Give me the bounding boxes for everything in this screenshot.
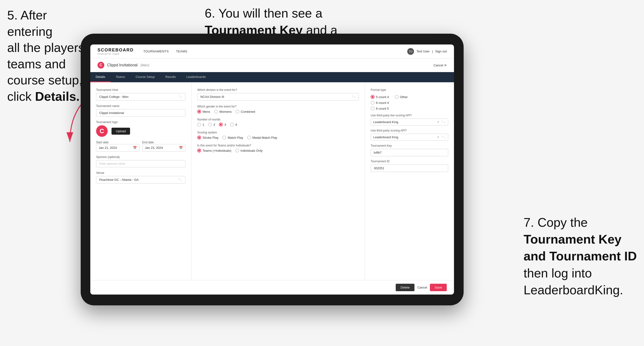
third-party-1-input[interactable]: Leaderboard King ✕ ⌃⌄	[371, 119, 448, 126]
tab-teams[interactable]: Teams	[110, 72, 130, 82]
individuals-only[interactable]: Individuals Only	[235, 149, 263, 153]
bottom-bar: Delete Cancel Save	[90, 280, 454, 295]
round-2[interactable]: 2	[208, 123, 215, 127]
format-6count4[interactable]: 6 count 4	[371, 101, 448, 105]
nav-tournaments[interactable]: TOURNAMENTS	[143, 49, 169, 53]
gender-mens-radio[interactable]	[197, 110, 201, 114]
format-5count4[interactable]: 5 count 4	[371, 95, 389, 99]
tournament-id-label: Tournament ID	[371, 160, 448, 163]
gender-combined[interactable]: Combined	[236, 110, 255, 114]
nav-right: TU Test User | Sign out	[407, 48, 447, 55]
individuals-only-radio[interactable]	[235, 149, 239, 153]
round-1-radio[interactable]	[197, 123, 201, 127]
round-4[interactable]: 4	[230, 123, 237, 127]
end-date-icon: 📅	[179, 146, 183, 150]
save-button[interactable]: Save	[430, 284, 447, 291]
gender-womens[interactable]: Womens	[214, 110, 232, 114]
teams-plus-radio[interactable]	[197, 149, 201, 153]
third-party-2-label: Use third-party scoring API?	[371, 129, 448, 132]
tablet: SCOREBOARD Powered by clippd TOURNAMENTS…	[81, 34, 464, 305]
end-date-field: End date Jan 23, 2024 📅	[142, 141, 186, 152]
third-party-1-label: Use third-party live scoring API?	[371, 114, 448, 117]
gender-label: Which gender is the event for?	[197, 105, 359, 108]
delete-button[interactable]: Delete	[396, 284, 414, 291]
host-input[interactable]: Clippd College - Men ⌃⌄	[96, 93, 186, 101]
end-date-label: End date	[142, 141, 186, 144]
host-label: Tournament Host	[96, 88, 186, 92]
format-6count4-radio[interactable]	[371, 101, 374, 105]
teams-plus-individuals[interactable]: Teams (+Individuals)	[197, 149, 232, 153]
round-3-radio[interactable]	[219, 123, 223, 127]
venue-label: Venue	[96, 171, 186, 174]
start-date-icon: 📅	[133, 146, 137, 150]
signout-link[interactable]: Sign out	[435, 49, 447, 53]
sponsor-label: Sponsor (optional)	[96, 155, 186, 159]
nav-teams[interactable]: TEAMS	[176, 49, 187, 53]
start-date-input[interactable]: Jan 21, 2024 📅	[96, 144, 140, 152]
tournament-key-value: b4fb7	[371, 149, 448, 156]
cancel-form-button[interactable]: Cancel	[417, 286, 427, 289]
venue-input[interactable]: Peachtree GC - Atlanta - GA ⌃⌄	[96, 176, 186, 183]
tournament-name-field: Tournament name Clippd Invitational	[96, 104, 186, 117]
round-3[interactable]: 3	[219, 123, 226, 127]
logo-preview: C	[96, 125, 108, 137]
format-6count5[interactable]: 6 count 5	[371, 107, 448, 110]
brand-name: SCOREBOARD	[98, 48, 134, 53]
navbar: SCOREBOARD Powered by clippd TOURNAMENTS…	[90, 44, 454, 58]
rounds-options: 1 2 3 4	[197, 123, 359, 127]
format-other[interactable]: Other	[395, 95, 408, 99]
scoring-match-radio[interactable]	[222, 136, 226, 140]
scoring-match[interactable]: Match Play	[222, 136, 243, 140]
select-x-2: ✕ ⌃⌄	[437, 136, 446, 139]
scoreboard-logo: SCOREBOARD Powered by clippd	[98, 48, 134, 55]
tournament-name-input[interactable]: Clippd Invitational	[96, 109, 186, 117]
mid-column: Which division is the event for? NCAA Di…	[192, 82, 365, 280]
third-party-2-input[interactable]: Leaderboard King ✕ ⌃⌄	[371, 134, 448, 141]
tab-course-setup[interactable]: Course Setup	[130, 72, 160, 82]
left-column: Tournament Host Clippd College - Men ⌃⌄ …	[90, 82, 192, 280]
right-column: Format type 5 count 4 Other	[365, 82, 454, 280]
tournament-logo-icon: C	[98, 62, 104, 69]
round-4-radio[interactable]	[230, 123, 234, 127]
format-options: 5 count 4 Other 6 count 4 6 count 5	[371, 95, 448, 110]
tab-details[interactable]: Details	[90, 72, 110, 82]
format-other-radio[interactable]	[395, 95, 398, 99]
rounds-label: Number of rounds	[197, 118, 359, 121]
division-label: Which division is the event for?	[197, 88, 359, 92]
third-party-1-field: Use third-party live scoring API? Leader…	[371, 114, 448, 126]
format-6count5-radio[interactable]	[371, 107, 374, 110]
round-2-radio[interactable]	[208, 123, 212, 127]
format-label: Format type	[371, 88, 448, 92]
tab-leaderboards[interactable]: Leaderboards	[181, 72, 211, 82]
sponsor-input[interactable]: Enter sponsor name	[96, 160, 186, 167]
sponsor-field: Sponsor (optional) Enter sponsor name	[96, 155, 186, 167]
scoring-options: Stroke Play Match Play Medal Match Play	[197, 136, 359, 140]
scoring-stroke-radio[interactable]	[197, 136, 201, 140]
format-5count4-radio[interactable]	[371, 95, 374, 99]
select-x-1: ✕ ⌃⌄	[437, 121, 446, 124]
format-row-1: 5 count 4 Other	[371, 95, 448, 99]
logo-row: C Upload	[96, 125, 186, 137]
venue-dropdown-arrow: ⌃⌄	[178, 178, 182, 181]
tournament-key-label: Tournament Key	[371, 144, 448, 147]
upload-button[interactable]: Upload	[112, 128, 130, 135]
tournament-name-label: Tournament name	[96, 104, 186, 108]
cancel-button[interactable]: Cancel ✕	[434, 63, 447, 67]
teams-field: Is this event for Teams and/or Individua…	[197, 144, 359, 153]
scoring-stroke[interactable]: Stroke Play	[197, 136, 218, 140]
scoring-medal-radio[interactable]	[247, 136, 251, 140]
host-dropdown-arrow: ⌃⌄	[178, 95, 182, 98]
end-date-input[interactable]: Jan 23, 2024 📅	[142, 144, 186, 152]
nav-avatar: TU	[407, 48, 414, 55]
tab-results[interactable]: Results	[160, 72, 181, 82]
scoring-medal[interactable]: Medal Match Play	[247, 136, 277, 140]
gender-mens[interactable]: Mens	[197, 110, 210, 114]
gender-combined-radio[interactable]	[236, 110, 240, 114]
round-1[interactable]: 1	[197, 123, 204, 127]
gender-options: Mens Womens Combined	[197, 110, 359, 114]
start-date-field: Start date Jan 21, 2024 📅	[96, 141, 140, 152]
teams-label: Is this event for Teams and/or Individua…	[197, 144, 359, 147]
gender-womens-radio[interactable]	[214, 110, 218, 114]
main-content: Tournament Host Clippd College - Men ⌃⌄ …	[90, 82, 454, 280]
division-input[interactable]: NCAA Division III ⌃⌄	[197, 93, 359, 101]
